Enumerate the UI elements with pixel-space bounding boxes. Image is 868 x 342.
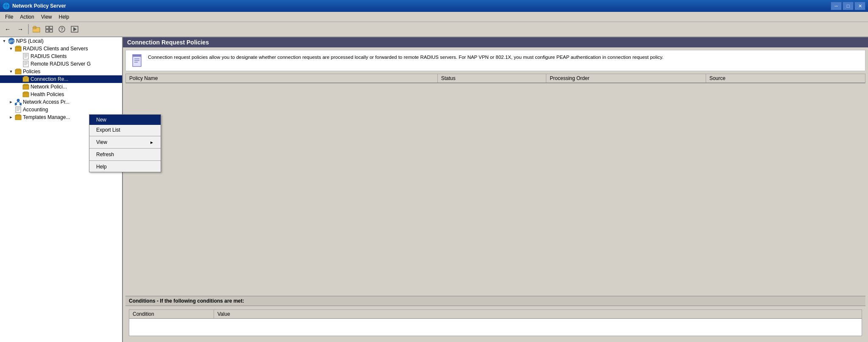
menu-view[interactable]: View: [38, 13, 56, 21]
main-layout: ▼ NPS NPS (Local) ▼ RADIUS Clients and S…: [0, 37, 868, 342]
svg-marker-2: [33, 26, 36, 28]
svg-marker-24: [15, 69, 21, 70]
radius-cs-icon: [14, 45, 22, 52]
toolbar: ← → ?: [0, 22, 868, 37]
network-policies-icon: [22, 83, 30, 90]
svg-rect-19: [23, 61, 28, 67]
ctx-export-list[interactable]: Export List: [89, 125, 161, 135]
svg-marker-10: [73, 27, 77, 31]
svg-rect-6: [50, 30, 53, 32]
ctx-new-label: New: [96, 117, 106, 123]
title-bar-title: Network Policy Server: [12, 3, 66, 9]
cond-col-value: Value: [214, 310, 862, 318]
tree-item-connection-request[interactable]: ► Connection Re...: [0, 75, 122, 83]
svg-point-33: [17, 99, 19, 102]
svg-rect-38: [16, 107, 21, 113]
grid-button[interactable]: [43, 23, 55, 35]
svg-rect-42: [15, 116, 21, 120]
info-text: Connection request policies allow you to…: [148, 54, 663, 61]
help-button[interactable]: ?: [56, 23, 68, 35]
grid-icon: [45, 26, 53, 33]
tree-item-radius-clients[interactable]: ► RADIUS Clients: [0, 52, 122, 60]
conditions-table-header: Condition Value: [129, 310, 862, 319]
menu-help[interactable]: Help: [56, 13, 73, 21]
health-policies-icon: [22, 91, 30, 98]
expand-accounting: ►: [8, 106, 14, 113]
svg-marker-26: [23, 76, 29, 77]
info-box: Connection request policies allow you to…: [125, 50, 865, 71]
ctx-view-label: View: [96, 139, 107, 145]
menu-action[interactable]: Action: [17, 13, 37, 21]
svg-rect-15: [23, 53, 28, 59]
ctx-separator-1: [89, 136, 161, 136]
svg-marker-30: [23, 84, 29, 85]
ctx-refresh-label: Refresh: [96, 152, 114, 157]
expand-connection-request: ►: [15, 76, 22, 83]
svg-rect-3: [46, 26, 49, 29]
play-button[interactable]: [69, 23, 81, 35]
toolbar-separator-1: [28, 24, 29, 34]
radius-clients-icon: [22, 53, 30, 60]
ctx-refresh[interactable]: Refresh: [89, 149, 161, 160]
svg-rect-5: [46, 30, 49, 32]
folder-button[interactable]: [31, 23, 42, 35]
tree-item-health-policies[interactable]: ► Health Policies: [0, 91, 122, 98]
policies-icon: [14, 68, 22, 75]
accounting-label: Accounting: [22, 107, 48, 113]
ctx-view-arrow: ►: [150, 140, 154, 145]
radius-cs-label: RADIUS Clients and Servers: [22, 46, 88, 52]
folder-icon: [33, 26, 40, 33]
tree-item-network-policies[interactable]: ► Network Polici...: [0, 83, 122, 91]
expand-policies[interactable]: ▼: [8, 68, 14, 75]
title-bar-controls: ─ □ ✕: [831, 2, 865, 10]
title-bar-left: 🌐 Network Policy Server: [3, 3, 66, 9]
svg-text:NPS: NPS: [8, 39, 15, 44]
templates-icon: [14, 114, 22, 121]
expand-remote-radius: ►: [15, 61, 22, 67]
table-area: Policy Name Status Processing Order Sour…: [125, 74, 865, 83]
help-icon: ?: [58, 26, 66, 33]
empty-area: [123, 83, 868, 293]
remote-radius-label: Remote RADIUS Server G: [30, 61, 91, 67]
ctx-new[interactable]: New: [89, 115, 161, 125]
expand-network-policies: ►: [15, 83, 22, 90]
right-panel: Connection Request Policies Connection r…: [123, 37, 868, 342]
col-status: Status: [438, 74, 547, 83]
tree-item-policies[interactable]: ▼ Policies: [0, 68, 122, 75]
context-menu: New Export List View ► Refresh Help: [89, 114, 161, 172]
svg-rect-4: [50, 26, 53, 29]
col-source: Source: [706, 74, 865, 83]
ctx-view[interactable]: View ►: [89, 137, 161, 147]
svg-marker-32: [23, 91, 29, 93]
connection-request-icon: [22, 76, 30, 83]
nps-label: NPS (Local): [15, 38, 44, 44]
tree-item-network-access[interactable]: ► Network Access Pr...: [0, 98, 122, 106]
tree-item-radius-cs[interactable]: ▼ RADIUS Clients and Servers: [0, 45, 122, 52]
back-button[interactable]: ←: [2, 23, 14, 35]
expand-nps-local[interactable]: ▼: [1, 38, 8, 44]
content-title: Connection Request Policies: [127, 39, 209, 46]
expand-templates[interactable]: ►: [8, 114, 14, 121]
svg-marker-14: [15, 46, 21, 47]
conditions-body: [129, 319, 862, 336]
close-button[interactable]: ✕: [854, 2, 865, 10]
svg-rect-13: [15, 47, 21, 51]
ctx-separator-2: [89, 148, 161, 149]
ctx-help[interactable]: Help: [89, 162, 161, 172]
tree-item-accounting[interactable]: ► Accounting: [0, 106, 122, 113]
lower-section: Conditions - If the following conditions…: [125, 296, 865, 339]
expand-network-access[interactable]: ►: [8, 99, 14, 105]
lower-header: Conditions - If the following conditions…: [125, 296, 865, 306]
expand-radius-cs[interactable]: ▼: [8, 45, 14, 52]
network-access-icon: [14, 99, 22, 105]
svg-rect-29: [23, 85, 29, 89]
menu-file[interactable]: File: [2, 13, 17, 21]
minimize-button[interactable]: ─: [831, 2, 842, 10]
accounting-icon: [14, 106, 22, 113]
play-icon: [71, 26, 78, 33]
tree-item-remote-radius[interactable]: ► Remote RADIUS Server G: [0, 60, 122, 68]
maximize-button[interactable]: □: [843, 2, 854, 10]
svg-line-36: [16, 102, 18, 103]
tree-item-nps-local[interactable]: ▼ NPS NPS (Local): [0, 37, 122, 45]
forward-button[interactable]: →: [14, 23, 26, 35]
